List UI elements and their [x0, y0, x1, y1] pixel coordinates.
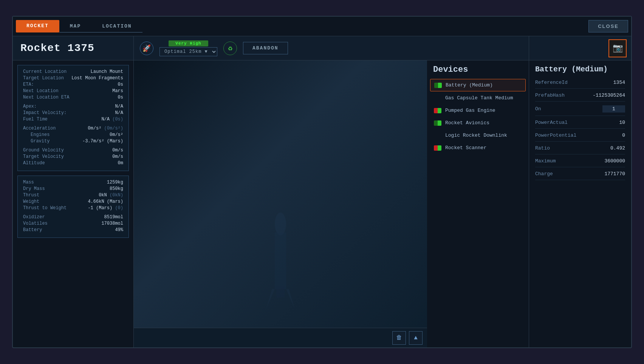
current-location-value: Launch Mount — [91, 69, 123, 74]
thrust-dim: (0kN) — [110, 193, 123, 198]
impact-row: Impact Velocity: N/A — [23, 110, 123, 116]
ground-velocity-label: Ground Velocity — [23, 148, 64, 153]
weight-value: 4.66kN (Mars) — [88, 199, 123, 204]
camera-icon[interactable]: 📷 — [608, 39, 627, 57]
ratio-value: 0.492 — [610, 145, 625, 151]
current-location-row: Current Location Launch Mount — [23, 69, 123, 74]
target-velocity-row: Target Velocity 0m/s — [23, 154, 123, 159]
device-item-gas-capsule-tank[interactable]: Gas Capsule Tank Medium — [430, 92, 526, 104]
maximum-key: Maximum — [535, 158, 556, 164]
apex-value: N/A — [115, 104, 123, 109]
ttw-row: Thrust to Weight -1 (Mars) (0) — [23, 205, 123, 211]
detail-prefab-hash: PrefabHash -1125305264 — [535, 93, 625, 102]
oxidizer-value: 8519mol — [104, 214, 123, 220]
device-item-rocket-avionics[interactable]: Rocket Avionics — [430, 117, 526, 129]
main-window: ROCKET MAP LOCATION CLOSE Rocket 1375 🚀 … — [12, 16, 632, 348]
oxidizer-row: Oxidizer 8519mol — [23, 214, 123, 220]
mass-label: Mass — [23, 180, 34, 185]
apex-row: Apex: N/A — [23, 104, 123, 109]
dry-mass-value: 850kg — [110, 186, 123, 191]
center-panel: 🗑 ▲ — [134, 60, 427, 347]
acceleration-label: Acceleration — [23, 126, 56, 131]
engines-label: Engines — [31, 132, 50, 137]
up-button[interactable]: ▲ — [409, 331, 423, 345]
oxidizer-label: Oxidizer — [23, 214, 45, 220]
device-item-pumped-gas-engine[interactable]: Pumped Gas Engine — [430, 105, 526, 116]
physics-info-box: Mass 1259kg Dry Mass 850kg Thrust 0kN (0… — [17, 176, 129, 238]
left-panel: Current Location Launch Mount Target Loc… — [13, 60, 134, 347]
ttw-label: Thrust to Weight — [23, 205, 67, 211]
thrust-value: 0kN (0kN) — [99, 193, 123, 198]
optimal-select[interactable]: Optimal 25km ▼ — [159, 47, 217, 56]
fuel-value: N/A (0s) — [101, 117, 123, 122]
dry-mass-label: Dry Mass — [23, 186, 45, 191]
svg-point-0 — [275, 213, 286, 235]
next-location-value: Mars — [112, 88, 123, 94]
power-potential-value: 0 — [622, 133, 625, 138]
rocket-scanner-name: Rocket Scanner — [445, 145, 522, 151]
power-actual-key: PowerActual — [535, 120, 568, 125]
svg-marker-3 — [286, 289, 295, 309]
tab-location[interactable]: LOCATION — [91, 20, 142, 32]
target-velocity-label: Target Velocity — [23, 154, 64, 159]
ground-velocity-row: Ground Velocity 0m/s — [23, 148, 123, 153]
abandon-button[interactable]: ABANDON — [243, 42, 288, 54]
svg-rect-4 — [276, 286, 285, 298]
altitude-row: Altitude 0m — [23, 160, 123, 166]
volatiles-label: Volatiles — [23, 221, 48, 226]
next-eta-row: Next Location ETA 0s — [23, 95, 123, 100]
next-eta-value: 0s — [118, 95, 123, 100]
close-button[interactable]: CLOSE — [588, 20, 628, 32]
volatiles-value: 17038mol — [101, 221, 123, 226]
engines-row: Engines 0m/s² — [23, 132, 123, 137]
thrust-label: Thrust — [23, 193, 39, 198]
fuel-row: Fuel Time N/A (0s) — [23, 117, 123, 122]
detail-on: On 1 — [535, 105, 625, 116]
ratio-key: Ratio — [535, 145, 550, 151]
altitude-label: Altitude — [23, 160, 45, 166]
header-row: Rocket 1375 🚀 Very High Optimal 25km ▼ ♻… — [13, 36, 631, 60]
detail-ratio: Ratio 0.492 — [535, 145, 625, 154]
device-item-logic-rocket-downlink[interactable]: Logic Rocket Downlink — [430, 130, 526, 141]
mass-value: 1259kg — [107, 180, 123, 185]
weight-label: Weight — [23, 199, 39, 204]
reference-id-value: 1354 — [613, 80, 625, 85]
tab-map[interactable]: MAP — [59, 20, 91, 32]
detail-power-actual: PowerActual 10 — [535, 120, 625, 129]
rocket-scanner-indicator — [434, 145, 441, 151]
device-item-battery-medium[interactable]: Battery (Medium) — [430, 79, 526, 91]
altitude-value: 0m — [118, 160, 123, 166]
tab-rocket[interactable]: ROCKET — [16, 20, 59, 32]
rocket-title-area: Rocket 1375 — [13, 36, 134, 60]
detail-title: Battery (Medium) — [535, 65, 625, 74]
mass-row: Mass 1259kg — [23, 180, 123, 185]
header-right: 📷 — [529, 36, 631, 60]
acceleration-row: Acceleration 0m/s² (0m/s²) — [23, 126, 123, 131]
detail-power-potential: PowerPotential 0 — [535, 133, 625, 142]
current-location-label: Current Location — [23, 69, 67, 74]
battery-value: 49% — [115, 227, 123, 233]
center-controls: 🚀 Very High Optimal 25km ▼ ♻ ABANDON — [134, 36, 529, 60]
on-value: 1 — [602, 105, 625, 113]
device-item-rocket-scanner[interactable]: Rocket Scanner — [430, 142, 526, 154]
battery-medium-name: Battery (Medium) — [446, 82, 522, 88]
rocket-avionics-name: Rocket Avionics — [445, 120, 522, 126]
ttw-value: -1 (Mars) (0) — [88, 205, 123, 211]
main-content: Rocket 1375 🚀 Very High Optimal 25km ▼ ♻… — [13, 36, 631, 347]
top-navigation: ROCKET MAP LOCATION CLOSE — [13, 17, 631, 36]
pumped-gas-indicator — [434, 108, 441, 113]
detail-reference-id: ReferenceId 1354 — [535, 80, 625, 89]
logic-rocket-name: Logic Rocket Downlink — [445, 133, 522, 138]
delete-button[interactable]: 🗑 — [392, 331, 406, 345]
engines-value: 0m/s² — [110, 132, 123, 137]
charge-key: Charge — [535, 171, 553, 177]
acceleration-value: 0m/s² (0m/s²) — [88, 126, 123, 131]
apex-label: Apex: — [23, 104, 37, 109]
rocket-avionics-indicator — [434, 120, 441, 126]
recycle-icon[interactable]: ♻ — [223, 42, 237, 55]
launch-icon[interactable]: 🚀 — [140, 42, 153, 55]
on-key: On — [535, 106, 541, 112]
rocket-silhouette — [258, 207, 303, 320]
detail-maximum: Maximum 3600000 — [535, 158, 625, 167]
weight-row: Weight 4.66kN (Mars) — [23, 199, 123, 204]
